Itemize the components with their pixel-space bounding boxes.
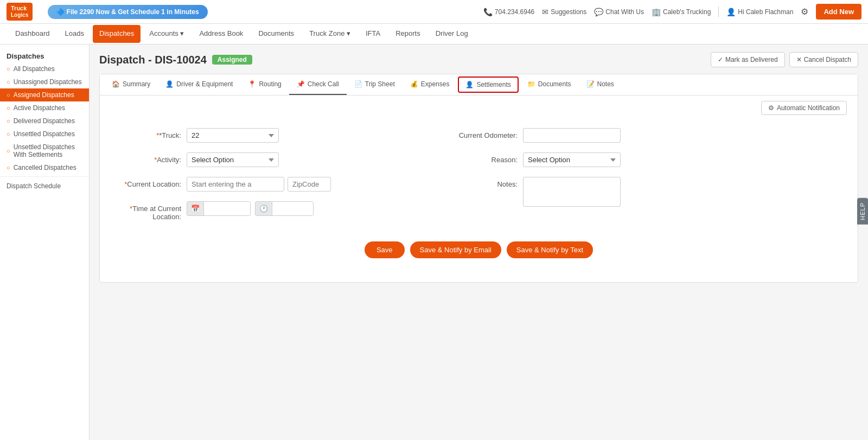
tab-documents[interactable]: 📁 Documents — [520, 74, 579, 95]
auto-notification-area: ⚙ Automatic Notification — [100, 95, 858, 115]
circle-icon-cancelled: ○ — [7, 164, 10, 171]
tab-summary[interactable]: 🏠 Summary — [104, 74, 158, 95]
save-email-button[interactable]: Save & Notify by Email — [410, 241, 501, 258]
mark-delivered-button[interactable]: ✓ Mark as Delivered — [711, 52, 785, 67]
sidebar-item-assigned[interactable]: ○ Assigned Dispatches — [0, 88, 89, 101]
status-badge: Assigned — [212, 55, 252, 65]
sidebar-item-unassigned[interactable]: ○ Unassigned Dispatches — [0, 75, 89, 88]
company-item[interactable]: 🏢 Caleb's Trucking — [652, 8, 711, 16]
user-icon: 👤 — [726, 8, 736, 16]
circle-icon-all: ○ — [7, 66, 10, 72]
add-new-button[interactable]: Add New — [816, 4, 861, 20]
nav-driverlog[interactable]: Driver Log — [429, 25, 475, 43]
cancel-dispatch-button[interactable]: ✕ Cancel Dispatch — [789, 52, 858, 67]
time-input-wrap: 🕐 11:14 AM — [255, 201, 314, 216]
truck-label: **Truck: — [111, 128, 187, 139]
sidebar-label-unassigned: Unassigned Dispatches — [14, 78, 82, 86]
nav-addressbook[interactable]: Address Book — [193, 25, 250, 43]
content-area: Dispatch - DIS-10024 Assigned ✓ Mark as … — [90, 44, 868, 440]
dispatch-card: 🏠 Summary 👤 Driver & Equipment 📍 Routing… — [99, 74, 858, 283]
tab-expenses[interactable]: 💰 Expenses — [403, 74, 457, 95]
datetime-inputs: 📅 01/20/2020 🕐 11:14 AM — [187, 201, 314, 216]
promo-button[interactable]: 🔷 File 2290 Now & Get Schedule 1 in Minu… — [48, 5, 207, 19]
driver-icon: 👤 — [165, 80, 174, 88]
sidebar-dispatch-schedule[interactable]: Dispatch Schedule — [0, 179, 89, 193]
settings-icon[interactable]: ⚙ — [801, 7, 808, 17]
sidebar-item-cancelled[interactable]: ○ Cancelled Dispatches — [0, 161, 89, 174]
reason-row: Reason: Select Option Traffic Weather Me… — [447, 152, 847, 167]
routing-icon: 📍 — [248, 80, 256, 88]
notes-label: Notes: — [447, 177, 523, 188]
suggestions-item[interactable]: ✉ Suggestions — [542, 8, 586, 16]
sidebar-label-cancelled: Cancelled Dispatches — [14, 164, 76, 171]
notes-textarea[interactable] — [523, 177, 621, 207]
circle-icon-unsettled: ○ — [7, 131, 10, 137]
sidebar-section-title: Dispatches — [0, 49, 89, 62]
user-item[interactable]: 👤 Hi Caleb Flachman — [726, 8, 793, 16]
activity-select[interactable]: Select Option Loaded Empty — [187, 152, 279, 167]
location-input[interactable] — [187, 177, 284, 192]
sidebar-item-all[interactable]: ○ All Dispatches — [0, 62, 89, 75]
checkcall-form: **Truck: 22 23 24 — [100, 115, 858, 282]
logo-line1: Truck — [11, 5, 28, 12]
checkcall-icon: 📌 — [297, 80, 305, 88]
page-header: Dispatch - DIS-10024 Assigned ✓ Mark as … — [99, 52, 858, 67]
truck-select[interactable]: 22 23 24 — [187, 128, 279, 143]
circle-icon-delivered: ○ — [7, 118, 10, 124]
save-button[interactable]: Save — [365, 241, 405, 258]
nav-dispatches[interactable]: Dispatches — [93, 25, 141, 43]
tab-routing[interactable]: 📍 Routing — [240, 74, 289, 95]
truck-select-wrap: 22 23 24 — [187, 128, 279, 143]
time-input[interactable]: 11:14 AM — [272, 202, 313, 215]
nav-documents[interactable]: Documents — [252, 25, 301, 43]
sidebar-label-active: Active Dispatches — [14, 104, 65, 112]
nav-dashboard[interactable]: Dashboard — [9, 25, 56, 43]
sidebar-label-all: All Dispatches — [14, 65, 55, 73]
reason-label: Reason: — [447, 152, 523, 164]
nav-bar: Dashboard Loads Dispatches Accounts ▾ Ad… — [0, 24, 868, 44]
odometer-input[interactable] — [523, 128, 621, 143]
page-title: Dispatch - DIS-10024 — [99, 54, 207, 66]
divider — [718, 7, 719, 17]
top-banner: Truck Logics 🔷 File 2290 Now & Get Sched… — [0, 0, 868, 24]
location-row: *Current Location: — [111, 177, 382, 192]
nav-ifta[interactable]: IFTA — [359, 25, 387, 43]
notes-row: Notes: — [447, 177, 847, 207]
tab-driver-equipment[interactable]: 👤 Driver & Equipment — [158, 74, 240, 95]
auto-notification-button[interactable]: ⚙ Automatic Notification — [761, 101, 847, 115]
sidebar-item-unsettled-settlements[interactable]: ○ Unsettled Dispatches With Settlements — [0, 141, 89, 161]
truck-row: **Truck: 22 23 24 — [111, 128, 382, 143]
reason-select[interactable]: Select Option Traffic Weather Mechanical… — [523, 152, 621, 167]
header-actions: ✓ Mark as Delivered ✕ Cancel Dispatch — [711, 52, 858, 67]
documents-icon: 📁 — [527, 80, 535, 88]
save-text-button[interactable]: Save & Notify by Text — [507, 241, 593, 258]
sidebar-item-unsettled[interactable]: ○ Unsettled Dispatches — [0, 127, 89, 141]
tripsheet-icon: 📄 — [354, 80, 362, 88]
help-tab[interactable]: HELP — [857, 198, 868, 225]
logo[interactable]: Truck Logics — [7, 3, 33, 21]
circle-icon-unsettled-s: ○ — [7, 148, 10, 154]
tab-notes[interactable]: 📝 Notes — [579, 74, 622, 95]
chat-item[interactable]: 💬 Chat With Us — [594, 8, 644, 16]
tab-checkcall[interactable]: 📌 Check Call — [289, 74, 347, 95]
zipcode-input[interactable] — [288, 177, 331, 192]
top-right-area: 📞 704.234.6946 ✉ Suggestions 💬 Chat With… — [483, 4, 861, 20]
notes-icon: 📝 — [586, 80, 595, 88]
sidebar-item-delivered[interactable]: ○ Delivered Dispatches — [0, 114, 89, 127]
sidebar-item-active[interactable]: ○ Active Dispatches — [0, 101, 89, 114]
nav-loads[interactable]: Loads — [59, 25, 91, 43]
tabs: 🏠 Summary 👤 Driver & Equipment 📍 Routing… — [100, 74, 858, 95]
nav-reports[interactable]: Reports — [389, 25, 427, 43]
tab-tripsheet[interactable]: 📄 Trip Sheet — [347, 74, 403, 95]
nav-truckzone[interactable]: Truck Zone ▾ — [303, 25, 357, 43]
check-icon: ✓ — [718, 56, 723, 63]
time-label: *Time at CurrentLocation: — [111, 201, 187, 221]
date-input[interactable]: 01/20/2020 — [204, 202, 250, 215]
calendar-icon: 📅 — [187, 202, 204, 215]
nav-accounts[interactable]: Accounts ▾ — [143, 25, 190, 43]
promo-icon: 🔷 — [56, 8, 65, 16]
tab-settlements[interactable]: 👤 Settlements — [458, 76, 518, 93]
email-icon: ✉ — [542, 8, 548, 16]
activity-row: *Activity: Select Option Loaded Empty — [111, 152, 382, 167]
phone-item[interactable]: 📞 704.234.6946 — [483, 8, 534, 16]
